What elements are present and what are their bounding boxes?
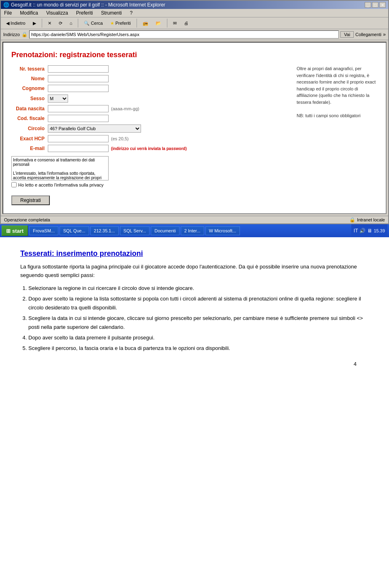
- data-nascita-row: Data nascita (aaaa-mm-gg): [11, 105, 289, 112]
- start-icon: ⊞: [6, 228, 11, 234]
- taskbar-item-label-4: Documenti: [154, 228, 176, 233]
- menu-help[interactable]: ?: [128, 10, 135, 16]
- nome-input[interactable]: [48, 75, 109, 82]
- sesso-row: Sesso M F: [11, 94, 289, 103]
- taskbar-item-0[interactable]: FrovaSM...: [29, 226, 58, 235]
- menu-strumenti[interactable]: Strumenti: [99, 10, 123, 16]
- print-button[interactable]: 🖨: [181, 19, 191, 27]
- back-button[interactable]: ◀ Indietro: [3, 19, 28, 27]
- history-button[interactable]: 📂: [153, 19, 164, 27]
- form-info: Oltre ai propri dati anagrafici, per ver…: [297, 65, 378, 205]
- register-button[interactable]: Registrati: [11, 195, 50, 205]
- tessera-row: Nr. tessera: [11, 65, 289, 73]
- favorites-button[interactable]: ★ Preferiti: [107, 19, 134, 27]
- privacy-checkbox[interactable]: [11, 182, 17, 187]
- nome-row: Nome: [11, 75, 289, 82]
- browser-window: 🌐 Gesgolf.it :: un mondo di servizi per …: [0, 0, 389, 224]
- window-title: Gesgolf.it :: un mondo di servizi per il…: [11, 2, 165, 8]
- hcp-input[interactable]: [48, 135, 109, 142]
- close-button[interactable]: ✕: [379, 2, 386, 8]
- content-area: Prenotazioni: registrazione tesserati Nr…: [2, 42, 387, 214]
- taskbar-item-label-2: 212.35.1...: [94, 228, 115, 233]
- go-button[interactable]: Vai: [340, 31, 354, 38]
- favorites-icon: ★: [110, 21, 114, 26]
- search-icon: 🔍: [84, 21, 90, 26]
- list-item: Scegliere la data in cui si intende gioc…: [28, 314, 369, 332]
- clock: 15.39: [374, 228, 385, 233]
- stop-button[interactable]: ✕: [45, 19, 54, 27]
- links-button[interactable]: Collegamenti: [355, 32, 381, 37]
- privacy-area: Informativa e consenso al trattamento de…: [11, 156, 289, 205]
- email-input[interactable]: [48, 145, 109, 152]
- history-icon: 📂: [156, 21, 161, 26]
- tessera-input[interactable]: [48, 65, 109, 73]
- taskbar-item-4[interactable]: Documenti: [151, 226, 180, 235]
- toolbar: ◀ Indietro ▶ ✕ ⟳ ⌂ 🔍 Cerca ★ Preferiti 📻: [1, 17, 388, 29]
- taskbar-item-label-5: 2 Inter...: [184, 228, 201, 233]
- forward-button[interactable]: ▶: [30, 19, 39, 27]
- title-bar-left: 🌐 Gesgolf.it :: un mondo di servizi per …: [3, 2, 165, 8]
- search-button[interactable]: 🔍 Cerca: [81, 19, 105, 27]
- tessera-label: Nr. tessera: [11, 66, 48, 72]
- menu-visualizza[interactable]: Visualizza: [45, 10, 70, 16]
- circolo-row: Circolo 46? Parallelo Golf Club: [11, 124, 289, 133]
- taskbar-item-2[interactable]: 212.35.1...: [90, 226, 119, 235]
- taskbar: ⊞ start FrovaSM... SQL Que... 212.35.1..…: [0, 224, 389, 237]
- cognome-input[interactable]: [48, 85, 109, 92]
- home-icon: ⌂: [70, 21, 73, 26]
- address-input[interactable]: [29, 30, 339, 39]
- taskbar-item-1[interactable]: SQL Que...: [60, 226, 89, 235]
- sesso-label: Sesso: [11, 96, 48, 101]
- taskbar-item-label-0: FrovaSM...: [33, 228, 55, 233]
- taskbar-item-3[interactable]: SQL Serv...: [120, 226, 150, 235]
- data-nascita-input[interactable]: [48, 105, 109, 112]
- registration-form: Prenotazioni: registrazione tesserati Nr…: [7, 47, 382, 209]
- network-icon: 🖥: [367, 228, 372, 234]
- window-controls: _ □ ✕: [365, 2, 386, 8]
- privacy-text[interactable]: Informativa e consenso al trattamento de…: [11, 156, 109, 180]
- taskbar-item-6[interactable]: W Microsoft...: [205, 226, 240, 235]
- toolbar-separator-4: [167, 19, 167, 28]
- sesso-select[interactable]: M F: [48, 94, 68, 103]
- email-hint: (indirizzo cui verrà inviata la password…: [111, 146, 187, 151]
- status-bar: Operazione completata 🔒 Intranet locale: [1, 216, 388, 223]
- title-bar: 🌐 Gesgolf.it :: un mondo di servizi per …: [1, 1, 388, 9]
- volume-icon: 🔊: [359, 228, 365, 234]
- lock-icon: 🔒: [349, 217, 355, 223]
- cod-fiscale-row: Cod. fiscale: [11, 115, 289, 122]
- hcp-hint: (es 20,5): [111, 136, 128, 141]
- steps-list: Selezionare la regione in cui ricercare …: [28, 284, 369, 353]
- cognome-label: Cognome: [11, 86, 48, 91]
- keyboard-lang: IT: [354, 228, 358, 234]
- start-button[interactable]: ⊞ start: [2, 225, 28, 236]
- toolbar-separator-3: [137, 19, 137, 28]
- home-button[interactable]: ⌂: [67, 19, 75, 27]
- stop-icon: ✕: [48, 21, 51, 26]
- minimize-button[interactable]: _: [365, 2, 371, 8]
- refresh-button[interactable]: ⟳: [56, 19, 65, 27]
- taskbar-item-5[interactable]: 2 Inter...: [181, 226, 204, 235]
- list-item: Selezionare la regione in cui ricercare …: [28, 284, 369, 293]
- cod-fiscale-input[interactable]: [48, 115, 109, 122]
- list-item: Dopo aver scelto la regione la lista sot…: [28, 294, 369, 312]
- maximize-button[interactable]: □: [372, 2, 378, 8]
- privacy-checkbox-row: Ho letto e accetto l'informativa sulla p…: [11, 182, 289, 187]
- cognome-row: Cognome: [11, 85, 289, 92]
- menu-modifica[interactable]: Modifica: [18, 10, 40, 16]
- menu-bar: File Modifica Visualizza Preferiti Strum…: [1, 9, 388, 17]
- privacy-checkbox-label: Ho letto e accetto l'informativa sulla p…: [18, 182, 104, 187]
- info-note: NB: tutti i campi sono obbligatori: [297, 112, 378, 119]
- menu-file[interactable]: File: [2, 10, 13, 16]
- email-label: E-mail: [11, 146, 48, 151]
- nome-label: Nome: [11, 76, 48, 82]
- status-left: Operazione completata: [4, 217, 50, 222]
- hcp-label: Exact HCP: [11, 136, 48, 142]
- menu-preferiti[interactable]: Preferiti: [75, 10, 94, 16]
- circolo-select[interactable]: 46? Parallelo Golf Club: [48, 124, 141, 133]
- mail-button[interactable]: ✉: [170, 19, 180, 27]
- taskbar-item-label-1: SQL Que...: [63, 228, 85, 233]
- mail-icon: ✉: [173, 21, 177, 26]
- media-button[interactable]: 📻: [140, 19, 151, 27]
- print-icon: 🖨: [184, 21, 188, 26]
- media-icon: 📻: [143, 21, 148, 26]
